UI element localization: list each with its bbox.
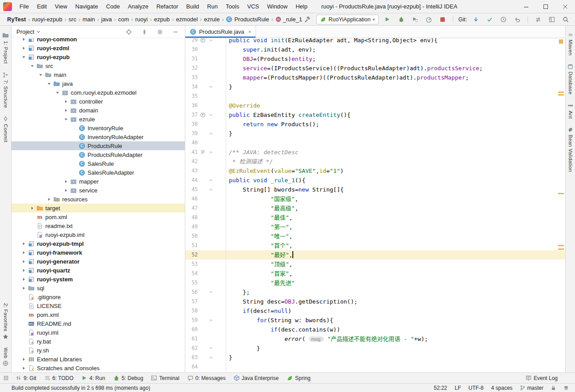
tool-stripe-2-favorites[interactable]: 2: Favorites <box>3 299 8 344</box>
breadcrumb-item-java[interactable]: java <box>100 16 113 23</box>
tool-stripe-1-project[interactable]: 1: Project <box>2 28 9 68</box>
menu-window[interactable]: Window <box>263 0 291 13</box>
code-line-56[interactable]: 56 }; <box>185 288 565 297</box>
fold-marker-icon[interactable] <box>208 288 214 297</box>
code-line-34[interactable]: 34} <box>185 82 565 92</box>
tool-stripe-web[interactable]: Web <box>3 344 8 370</box>
hector-inspections-icon[interactable] <box>563 385 569 391</box>
maximize-button[interactable] <box>536 0 555 13</box>
collapsed-arrow-icon[interactable] <box>20 260 27 264</box>
project-view-selector[interactable]: Project <box>16 28 40 35</box>
collapsed-arrow-icon[interactable] <box>29 206 36 210</box>
code-line-60[interactable]: 60 if(desc.contains(w)) <box>185 325 565 334</box>
breadcrumb-item-main[interactable]: main <box>82 16 96 23</box>
tool-run-button[interactable]: 4: Run <box>77 373 109 384</box>
menu-view[interactable]: View <box>51 0 71 13</box>
override-gutter-icon[interactable] <box>198 110 208 120</box>
tool-stripe-maven[interactable]: mMaven <box>568 28 573 60</box>
code-line-40[interactable]: 40 <box>185 138 565 148</box>
code-line-45[interactable]: 45 String[] bwords=new String[]{ <box>185 185 565 194</box>
tree-item-sql[interactable]: sql <box>12 284 185 292</box>
status-widget-utf-8[interactable]: UTF-8 <box>468 385 483 391</box>
tree-item-ruoyi-ezpub-iml[interactable]: ruoyi-ezpub.iml <box>12 230 185 239</box>
collapse-all-button[interactable] <box>140 27 149 37</box>
tool-stripe-bean-validation[interactable]: Bean Validation <box>567 123 573 176</box>
tree-item-external-libraries[interactable]: External Libraries <box>12 355 185 364</box>
code-line-53[interactable]: 53 "顶级", <box>185 260 565 269</box>
code-line-44[interactable]: 44public void _rule_1(){ <box>185 176 565 185</box>
run-button[interactable] <box>383 15 392 24</box>
run-with-coverage-button[interactable] <box>410 15 420 24</box>
code-line-33[interactable]: 33 mapper=(ProductsMapper)((ProductsRule… <box>185 73 565 82</box>
search-everywhere-button[interactable] <box>561 15 571 24</box>
tree-item-scratches-and-consoles[interactable]: Scratches and Consoles <box>12 364 185 372</box>
tree-item-ruoyi-system[interactable]: ruoyi-system <box>12 275 185 284</box>
code-line-63[interactable]: 63} <box>185 353 565 362</box>
expanded-arrow-icon[interactable] <box>63 117 69 121</box>
expanded-arrow-icon[interactable] <box>20 55 27 59</box>
editor-tab-productsrule[interactable]: C ProductsRule.java × <box>185 26 256 38</box>
tool-event-log-button[interactable]: Event Log <box>522 373 562 384</box>
fold-marker-icon[interactable] <box>208 185 214 194</box>
read-only-lock-icon[interactable] <box>551 385 556 391</box>
tree-item-service[interactable]: service <box>12 186 185 195</box>
menu-navigate[interactable]: Navigate <box>71 0 102 13</box>
tool-java-enterprise-button[interactable]: Java Enterprise <box>230 373 283 384</box>
breadcrumb-item-ruoyi-ezpub[interactable]: ruoyi-ezpub <box>31 16 63 23</box>
collapsed-arrow-icon[interactable] <box>20 366 27 370</box>
tool-git-button[interactable]: 9: Git <box>12 373 40 384</box>
code-line-57[interactable]: 57 String desc=OBJ.getDescription(); <box>185 297 565 306</box>
tool-terminal-button[interactable]: Terminal <box>147 373 183 384</box>
tree-item-ruoyi-framework[interactable]: ruoyi-framework <box>12 248 185 257</box>
status-widget-lf[interactable]: LF <box>455 385 461 391</box>
expanded-arrow-icon[interactable] <box>54 91 61 95</box>
tree-item-src[interactable]: src <box>12 61 185 70</box>
code-line-36[interactable]: 36@Override <box>185 101 565 110</box>
code-line-48[interactable]: 48 "最佳", <box>185 213 565 222</box>
close-button[interactable] <box>555 0 575 13</box>
collapsed-arrow-icon[interactable] <box>20 251 27 255</box>
code-line-41[interactable]: 41/** JAVA: detectDesc <box>185 148 565 157</box>
tree-item-pom-xml[interactable]: mpom.xml <box>12 212 185 221</box>
tab-close-icon[interactable]: × <box>248 29 251 35</box>
code-line-35[interactable]: 35 <box>185 92 565 101</box>
breadcrumb-item-productsrule[interactable]: CProductsRule <box>225 16 270 23</box>
breadcrumb-item-com[interactable]: com <box>117 16 130 23</box>
tree-item-salesrule[interactable]: CSalesRule <box>12 159 185 168</box>
tree-item-mapper[interactable]: mapper <box>12 177 185 186</box>
breadcrumb-item-ezrule[interactable]: ezrule <box>203 16 220 23</box>
expanded-arrow-icon[interactable] <box>29 64 36 68</box>
tool-debug-button[interactable]: 5: Debug <box>109 373 148 384</box>
code-line-31[interactable]: 31 OBJ=(Products)entity; <box>185 54 565 64</box>
code-line-49[interactable]: 49 "第一", <box>185 222 565 232</box>
code-line-52[interactable]: 52 "最好", <box>185 250 565 260</box>
menu-refactor[interactable]: Refactor <box>152 0 182 13</box>
code-line-54[interactable]: 54 "首家", <box>185 269 565 278</box>
view-options-button[interactable] <box>155 27 165 37</box>
rollback-button[interactable] <box>512 15 522 24</box>
code-line-30[interactable]: 30 super.init(adt, env); <box>185 45 565 54</box>
collapsed-arrow-icon[interactable] <box>20 242 27 246</box>
compare-button[interactable] <box>533 15 543 24</box>
tree-item-resources[interactable]: resources <box>12 195 185 204</box>
collapsed-arrow-icon[interactable] <box>20 357 27 361</box>
debug-button[interactable] <box>396 15 406 24</box>
code-line-42[interactable]: 42 * 检测描述 */ <box>185 157 565 166</box>
tree-item-ruoyi-iml[interactable]: ruoyi.iml <box>12 328 185 337</box>
tree-item-pom-xml[interactable]: mpom.xml <box>12 310 185 319</box>
fold-marker-icon[interactable] <box>208 148 214 157</box>
breadcrumb-item-ezpub[interactable]: ezpub <box>153 16 170 23</box>
tool-window-switcher-icon[interactable] <box>0 375 12 381</box>
breadcrumb-item-rytest[interactable]: RyTest <box>6 16 27 23</box>
code-line-43[interactable]: 43@EzRuleEvent(value="SAVE",id="1") <box>185 166 565 176</box>
code-line-29[interactable]: 29public void init(EzRuleAdapter adt, Ma… <box>185 38 565 45</box>
tree-item-readme-txt[interactable]: readme.txt <box>12 221 185 230</box>
fold-marker-icon[interactable] <box>208 38 214 45</box>
code-line-51[interactable]: 51 "首个", <box>185 241 565 250</box>
tree-item-target[interactable]: target <box>12 204 185 212</box>
tree-item-ruoyi-generator[interactable]: ruoyi-generator <box>12 257 185 266</box>
menu-vcs[interactable]: VCS <box>243 0 263 13</box>
tool-spring-button[interactable]: Spring <box>283 373 315 384</box>
tree-item-inventoryrule[interactable]: CInventoryRule <box>12 124 185 132</box>
status-widget-4-spaces[interactable]: 4 spaces <box>491 385 512 391</box>
